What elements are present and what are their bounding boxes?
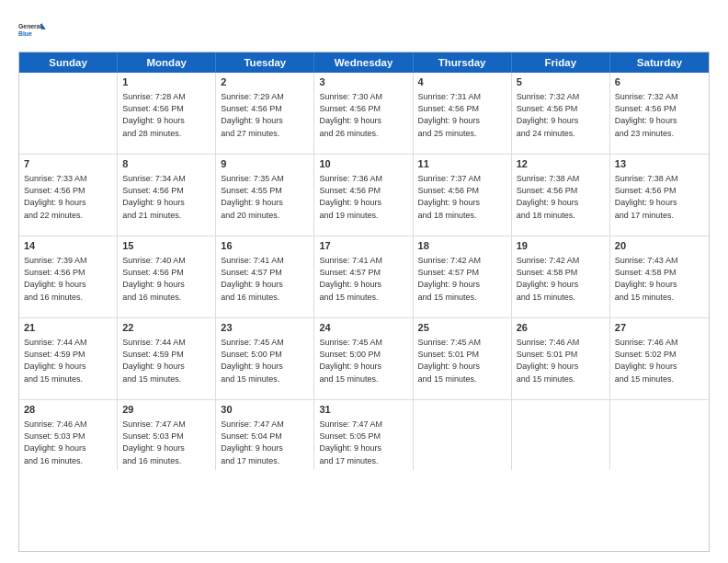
sun-info: Sunrise: 7:38 AM Sunset: 4:56 PM Dayligh…	[615, 173, 704, 221]
day-number: 12	[517, 157, 605, 171]
header: GeneralBlue	[18, 17, 710, 42]
page: GeneralBlue SundayMondayTuesdayWednesday…	[0, 0, 728, 563]
calendar: SundayMondayTuesdayWednesdayThursdayFrid…	[18, 52, 710, 552]
sun-info: Sunrise: 7:46 AM Sunset: 5:01 PM Dayligh…	[517, 337, 605, 385]
day-number: 26	[517, 321, 605, 335]
sun-info: Sunrise: 7:46 AM Sunset: 5:02 PM Dayligh…	[615, 337, 704, 385]
calendar-cell: 17Sunrise: 7:41 AM Sunset: 4:57 PM Dayli…	[314, 236, 413, 317]
calendar-cell: 8Sunrise: 7:34 AM Sunset: 4:56 PM Daylig…	[118, 155, 216, 236]
sun-info: Sunrise: 7:36 AM Sunset: 4:56 PM Dayligh…	[319, 173, 407, 221]
svg-text:General: General	[18, 23, 42, 29]
day-number: 22	[122, 321, 210, 335]
day-number: 21	[24, 321, 112, 335]
day-number: 8	[122, 157, 210, 171]
calendar-cell: 7Sunrise: 7:33 AM Sunset: 4:56 PM Daylig…	[19, 155, 118, 236]
day-number: 6	[615, 75, 704, 89]
sun-info: Sunrise: 7:46 AM Sunset: 5:03 PM Dayligh…	[24, 419, 112, 466]
calendar-cell: 4Sunrise: 7:31 AM Sunset: 4:56 PM Daylig…	[414, 73, 512, 154]
sun-info: Sunrise: 7:42 AM Sunset: 4:57 PM Dayligh…	[418, 255, 506, 303]
day-number: 5	[517, 75, 605, 89]
sun-info: Sunrise: 7:32 AM Sunset: 4:56 PM Dayligh…	[615, 91, 704, 139]
day-number: 27	[615, 321, 704, 335]
sun-info: Sunrise: 7:47 AM Sunset: 5:03 PM Dayligh…	[122, 419, 210, 466]
calendar-cell	[610, 400, 709, 470]
sun-info: Sunrise: 7:34 AM Sunset: 4:56 PM Dayligh…	[122, 173, 210, 221]
weekday-header: Monday	[118, 52, 216, 73]
calendar-cell: 18Sunrise: 7:42 AM Sunset: 4:57 PM Dayli…	[414, 236, 512, 317]
day-number: 15	[122, 239, 210, 253]
day-number: 29	[122, 403, 210, 417]
sun-info: Sunrise: 7:32 AM Sunset: 4:56 PM Dayligh…	[517, 91, 605, 139]
day-number: 14	[24, 239, 112, 253]
sun-info: Sunrise: 7:44 AM Sunset: 4:59 PM Dayligh…	[24, 337, 112, 385]
day-number: 16	[221, 239, 309, 253]
day-number: 7	[24, 157, 112, 171]
calendar-cell: 13Sunrise: 7:38 AM Sunset: 4:56 PM Dayli…	[610, 155, 709, 236]
sun-info: Sunrise: 7:35 AM Sunset: 4:55 PM Dayligh…	[221, 173, 309, 221]
calendar-cell: 14Sunrise: 7:39 AM Sunset: 4:56 PM Dayli…	[19, 236, 118, 317]
day-number: 18	[418, 239, 506, 253]
logo-icon: GeneralBlue	[18, 17, 48, 42]
sun-info: Sunrise: 7:29 AM Sunset: 4:56 PM Dayligh…	[221, 91, 309, 139]
sun-info: Sunrise: 7:39 AM Sunset: 4:56 PM Dayligh…	[24, 255, 112, 303]
calendar-cell: 25Sunrise: 7:45 AM Sunset: 5:01 PM Dayli…	[414, 318, 512, 399]
weekday-header: Tuesday	[216, 52, 314, 73]
sun-info: Sunrise: 7:33 AM Sunset: 4:56 PM Dayligh…	[24, 173, 112, 221]
calendar-cell: 29Sunrise: 7:47 AM Sunset: 5:03 PM Dayli…	[118, 400, 216, 470]
calendar-cell: 22Sunrise: 7:44 AM Sunset: 4:59 PM Dayli…	[118, 318, 216, 399]
logo: GeneralBlue	[18, 17, 48, 42]
sun-info: Sunrise: 7:31 AM Sunset: 4:56 PM Dayligh…	[418, 91, 506, 139]
calendar-cell: 21Sunrise: 7:44 AM Sunset: 4:59 PM Dayli…	[19, 318, 118, 399]
day-number: 10	[319, 157, 407, 171]
calendar-cell: 11Sunrise: 7:37 AM Sunset: 4:56 PM Dayli…	[414, 155, 512, 236]
day-number: 20	[615, 239, 704, 253]
calendar-cell: 3Sunrise: 7:30 AM Sunset: 4:56 PM Daylig…	[314, 73, 413, 154]
sun-info: Sunrise: 7:40 AM Sunset: 4:56 PM Dayligh…	[122, 255, 210, 303]
calendar-row: 21Sunrise: 7:44 AM Sunset: 4:59 PM Dayli…	[19, 318, 709, 400]
weekday-header: Thursday	[414, 52, 512, 73]
day-number: 25	[418, 321, 506, 335]
sun-info: Sunrise: 7:37 AM Sunset: 4:56 PM Dayligh…	[418, 173, 506, 221]
calendar-row: 14Sunrise: 7:39 AM Sunset: 4:56 PM Dayli…	[19, 236, 709, 318]
sun-info: Sunrise: 7:45 AM Sunset: 5:00 PM Dayligh…	[221, 337, 309, 385]
day-number: 9	[221, 157, 309, 171]
sun-info: Sunrise: 7:41 AM Sunset: 4:57 PM Dayligh…	[221, 255, 309, 303]
svg-text:Blue: Blue	[18, 30, 32, 37]
sun-info: Sunrise: 7:45 AM Sunset: 5:01 PM Dayligh…	[418, 337, 506, 385]
day-number: 11	[418, 157, 506, 171]
calendar-cell: 9Sunrise: 7:35 AM Sunset: 4:55 PM Daylig…	[216, 155, 314, 236]
calendar-cell: 23Sunrise: 7:45 AM Sunset: 5:00 PM Dayli…	[216, 318, 314, 399]
day-number: 19	[517, 239, 605, 253]
calendar-row: 28Sunrise: 7:46 AM Sunset: 5:03 PM Dayli…	[19, 400, 709, 470]
calendar-cell: 19Sunrise: 7:42 AM Sunset: 4:58 PM Dayli…	[512, 236, 610, 317]
calendar-cell: 2Sunrise: 7:29 AM Sunset: 4:56 PM Daylig…	[216, 73, 314, 154]
calendar-cell: 10Sunrise: 7:36 AM Sunset: 4:56 PM Dayli…	[314, 155, 413, 236]
calendar-cell: 28Sunrise: 7:46 AM Sunset: 5:03 PM Dayli…	[19, 400, 118, 470]
sun-info: Sunrise: 7:43 AM Sunset: 4:58 PM Dayligh…	[615, 255, 704, 303]
sun-info: Sunrise: 7:44 AM Sunset: 4:59 PM Dayligh…	[122, 337, 210, 385]
day-number: 17	[319, 239, 407, 253]
day-number: 4	[418, 75, 506, 89]
calendar-cell: 15Sunrise: 7:40 AM Sunset: 4:56 PM Dayli…	[118, 236, 216, 317]
sun-info: Sunrise: 7:45 AM Sunset: 5:00 PM Dayligh…	[319, 337, 407, 385]
day-number: 2	[221, 75, 309, 89]
calendar-cell: 5Sunrise: 7:32 AM Sunset: 4:56 PM Daylig…	[512, 73, 610, 154]
day-number: 13	[615, 157, 704, 171]
calendar-cell	[512, 400, 610, 470]
sun-info: Sunrise: 7:42 AM Sunset: 4:58 PM Dayligh…	[517, 255, 605, 303]
calendar-cell: 26Sunrise: 7:46 AM Sunset: 5:01 PM Dayli…	[512, 318, 610, 399]
day-number: 1	[122, 75, 210, 89]
day-number: 30	[221, 403, 309, 417]
sun-info: Sunrise: 7:28 AM Sunset: 4:56 PM Dayligh…	[122, 91, 210, 139]
sun-info: Sunrise: 7:38 AM Sunset: 4:56 PM Dayligh…	[517, 173, 605, 221]
calendar-cell	[19, 73, 118, 154]
sun-info: Sunrise: 7:30 AM Sunset: 4:56 PM Dayligh…	[319, 91, 407, 139]
weekday-header: Sunday	[19, 52, 118, 73]
day-number: 23	[221, 321, 309, 335]
sun-info: Sunrise: 7:47 AM Sunset: 5:05 PM Dayligh…	[319, 419, 407, 466]
calendar-cell: 1Sunrise: 7:28 AM Sunset: 4:56 PM Daylig…	[118, 73, 216, 154]
calendar-cell: 31Sunrise: 7:47 AM Sunset: 5:05 PM Dayli…	[314, 400, 413, 470]
calendar-cell: 12Sunrise: 7:38 AM Sunset: 4:56 PM Dayli…	[512, 155, 610, 236]
sun-info: Sunrise: 7:47 AM Sunset: 5:04 PM Dayligh…	[221, 419, 309, 466]
calendar-cell: 30Sunrise: 7:47 AM Sunset: 5:04 PM Dayli…	[216, 400, 314, 470]
